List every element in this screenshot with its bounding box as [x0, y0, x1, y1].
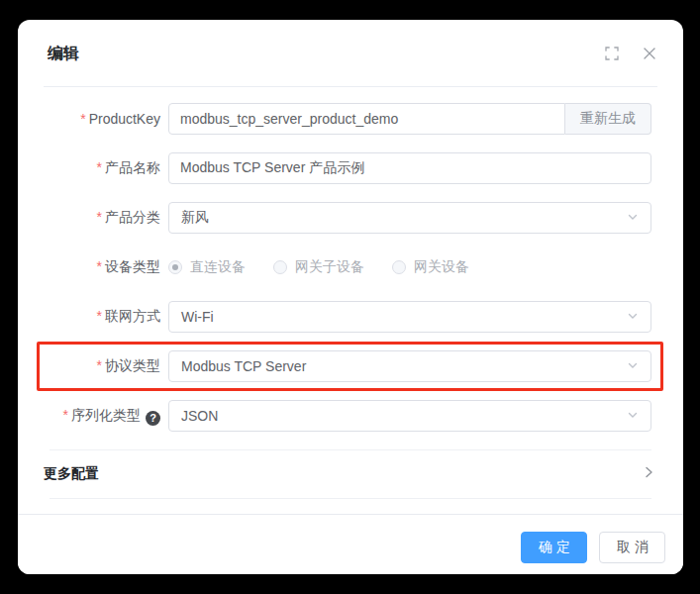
form-row-product-category: *产品分类 新风: [50, 202, 651, 234]
form-row-protocol-type: *协议类型 Modbus TCP Server: [50, 350, 651, 382]
required-asterisk: *: [63, 407, 68, 423]
productkey-label: *ProductKey: [50, 111, 160, 127]
dialog-header: 编辑: [18, 20, 683, 87]
protocol-type-value: Modbus TCP Server: [181, 358, 306, 374]
form-row-network-mode: *联网方式 Wi-Fi: [50, 301, 651, 333]
network-mode-select[interactable]: Wi-Fi: [168, 301, 651, 333]
device-type-label: *设备类型: [50, 258, 160, 276]
protocol-type-select[interactable]: Modbus TCP Server: [168, 350, 651, 382]
required-asterisk: *: [97, 159, 102, 175]
chevron-down-icon: [627, 210, 639, 226]
required-asterisk: *: [80, 111, 85, 127]
radio-direct-device[interactable]: 直连设备: [168, 258, 246, 276]
network-mode-label: *联网方式: [50, 308, 160, 326]
radio-checked-icon: [168, 260, 182, 274]
chevron-right-icon: [642, 465, 655, 483]
close-icon[interactable]: [642, 46, 657, 61]
required-asterisk: *: [97, 209, 102, 225]
form-row-device-type: *设备类型 直连设备 网关子设备 网关设备: [50, 251, 651, 283]
dialog-title: 编辑: [48, 44, 79, 64]
cancel-button[interactable]: 取消: [599, 532, 665, 563]
more-config-label: 更多配置: [44, 465, 99, 483]
chevron-down-icon: [627, 358, 639, 374]
radio-unchecked-icon: [273, 260, 287, 274]
form-row-productkey: *ProductKey 重新生成: [50, 103, 651, 135]
confirm-button[interactable]: 确定: [521, 532, 587, 563]
regenerate-button[interactable]: 重新生成: [565, 103, 651, 135]
form-row-product-name: *产品名称: [50, 152, 651, 184]
required-asterisk: *: [97, 308, 102, 324]
productkey-input[interactable]: [168, 103, 565, 135]
product-category-select[interactable]: 新风: [168, 202, 651, 234]
more-config-row[interactable]: 更多配置: [18, 450, 683, 498]
required-asterisk: *: [97, 357, 102, 373]
divider: [50, 498, 651, 499]
product-name-input[interactable]: [168, 152, 651, 184]
chevron-down-icon: [627, 408, 639, 424]
form-area: *ProductKey 重新生成 *产品名称 *产品分类 新风 *设备类型: [18, 87, 683, 432]
product-name-label: *产品名称: [50, 159, 160, 177]
serialization-type-label: *序列化类型?: [50, 407, 160, 426]
form-row-serialization-type: *序列化类型? JSON: [50, 400, 651, 432]
protocol-type-label: *协议类型: [50, 357, 160, 375]
radio-gateway-sub-device[interactable]: 网关子设备: [273, 258, 364, 276]
productkey-input-group: 重新生成: [168, 103, 651, 135]
radio-gateway-device[interactable]: 网关设备: [392, 258, 469, 276]
header-icons: [604, 46, 657, 61]
chevron-down-icon: [627, 309, 639, 325]
serialization-type-value: JSON: [181, 408, 218, 424]
product-category-value: 新风: [181, 209, 209, 227]
help-icon[interactable]: ?: [146, 411, 160, 426]
fullscreen-icon[interactable]: [604, 46, 620, 61]
network-mode-value: Wi-Fi: [181, 309, 214, 325]
required-asterisk: *: [97, 258, 102, 274]
product-category-label: *产品分类: [50, 209, 160, 227]
dialog-footer: 确定 取消: [18, 514, 683, 574]
radio-unchecked-icon: [392, 260, 406, 274]
serialization-type-select[interactable]: JSON: [168, 400, 651, 432]
device-type-radio-group: 直连设备 网关子设备 网关设备: [168, 251, 651, 283]
edit-dialog: 编辑 *ProductKey 重新生成 *产品名称: [18, 20, 683, 574]
